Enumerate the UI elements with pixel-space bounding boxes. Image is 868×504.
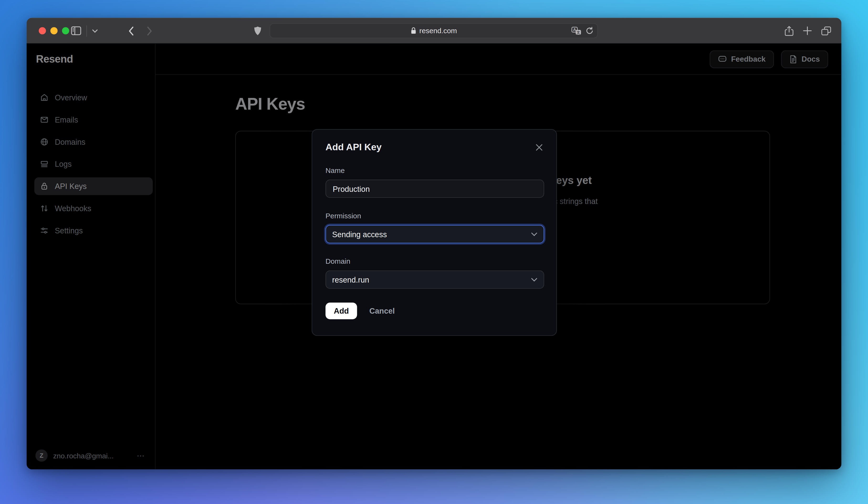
add-api-key-modal: Add API Key Name Permission Sending acce… [312, 129, 557, 336]
browser-viewport: Resend Overview [27, 44, 841, 470]
chevron-down-icon [531, 277, 538, 282]
tab-overview-icon[interactable] [821, 26, 831, 36]
name-input[interactable] [326, 180, 544, 198]
reload-icon[interactable] [586, 27, 593, 35]
modal-title: Add API Key [326, 142, 382, 153]
traffic-lights [39, 18, 69, 44]
domain-field-label: Domain [326, 257, 543, 265]
sidebar-toggle-icon[interactable] [71, 26, 81, 36]
close-window-button[interactable] [39, 27, 46, 34]
domain-select-value: resend.run [332, 275, 369, 284]
desktop-background: resend.com A 文 [0, 0, 868, 504]
cancel-button[interactable]: Cancel [369, 306, 395, 315]
permission-field-label: Permission [326, 212, 543, 220]
svg-text:文: 文 [577, 30, 580, 34]
sidebar-chevron-down-icon[interactable] [92, 28, 98, 33]
new-tab-icon[interactable] [803, 26, 812, 36]
toolbar-divider [86, 25, 87, 36]
browser-window: resend.com A 文 [27, 18, 841, 470]
share-icon[interactable] [785, 25, 794, 36]
browser-toolbar: resend.com A 文 [27, 18, 841, 44]
permission-select-value: Sending access [332, 230, 387, 239]
chevron-down-icon [531, 232, 538, 236]
permission-select[interactable]: Sending access [326, 225, 544, 243]
minimize-window-button[interactable] [50, 27, 58, 34]
privacy-shield-icon[interactable] [254, 18, 262, 44]
zoom-window-button[interactable] [62, 27, 69, 34]
back-button[interactable] [128, 18, 135, 44]
translate-icon[interactable]: A 文 [571, 26, 582, 35]
address-bar-url: resend.com [420, 27, 457, 35]
name-field-label: Name [326, 166, 543, 175]
forward-button[interactable] [146, 18, 153, 44]
add-button[interactable]: Add [326, 303, 357, 319]
address-bar[interactable]: resend.com A 文 [270, 23, 598, 38]
close-icon[interactable] [535, 143, 543, 151]
toolbar-right-group [785, 18, 831, 44]
toolbar-left-group [71, 18, 98, 44]
domain-select[interactable]: resend.run [326, 270, 544, 289]
https-lock-icon [410, 27, 416, 34]
